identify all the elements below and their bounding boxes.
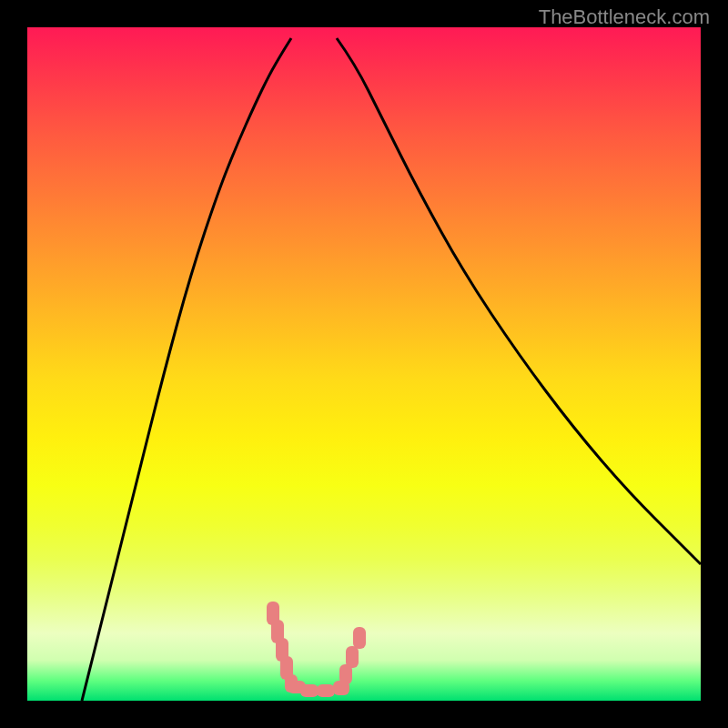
data-marker [317, 684, 335, 697]
watermark-text: TheBottleneck.com [539, 5, 710, 29]
chart-frame [27, 27, 701, 701]
data-marker [300, 684, 318, 697]
data-marker [353, 627, 366, 649]
data-marker [346, 646, 359, 668]
bottleneck-curve [27, 27, 701, 701]
